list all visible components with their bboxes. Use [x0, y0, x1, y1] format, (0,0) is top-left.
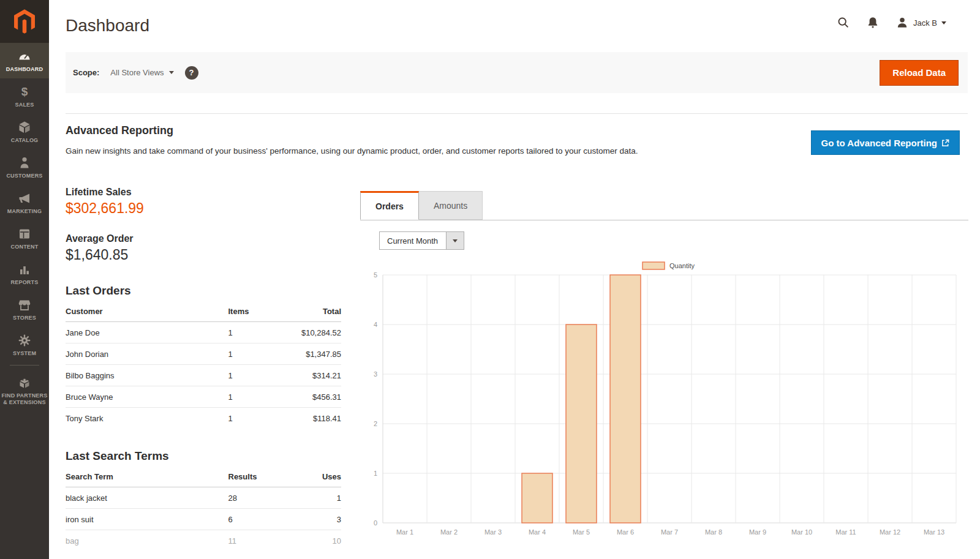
order-items: 1 — [228, 386, 292, 408]
sidebar-item-customers[interactable]: CUSTOMERS — [0, 149, 49, 185]
last-search-terms-table: Search Term Results Uses black jacket281… — [66, 467, 341, 551]
orders-chart-panel: Orders Amounts Current Month 012345Mar 1… — [360, 191, 968, 546]
sidebar-item-reports[interactable]: REPORTS — [0, 256, 49, 291]
search-results: 11 — [228, 530, 292, 552]
svg-text:Mar 13: Mar 13 — [924, 528, 944, 536]
sidebar-item-label: FIND PARTNERS & EXTENSIONS — [1, 392, 48, 406]
sidebar-item-label: MARKETING — [1, 208, 48, 215]
go-to-advanced-reporting-button[interactable]: Go to Advanced Reporting — [811, 130, 960, 155]
search-results: 28 — [228, 487, 292, 509]
search-term[interactable]: bag — [66, 530, 228, 552]
chevron-down-icon[interactable] — [446, 232, 464, 249]
table-row[interactable]: Tony Stark1$118.41 — [66, 408, 341, 429]
order-customer[interactable]: Bruce Wayne — [66, 386, 228, 408]
advanced-reporting-section: Advanced Reporting Gain new insights and… — [66, 124, 968, 156]
top-header: Dashboard Jack B — [49, 0, 980, 52]
sidebar-item-system[interactable]: SYSTEM — [0, 327, 49, 362]
sidebar: DASHBOARD $ SALES CATALOG CUSTOMERS MARK… — [0, 0, 49, 559]
scope-bar: Scope: All Store Views ? Reload Data — [66, 52, 968, 93]
order-customer[interactable]: Tony Stark — [66, 408, 228, 429]
svg-text:Mar 4: Mar 4 — [529, 528, 546, 536]
average-order-label: Average Order — [66, 233, 341, 244]
system-icon — [1, 333, 48, 348]
page-title: Dashboard — [66, 16, 149, 36]
sidebar-item-find-partners[interactable]: FIND PARTNERS & EXTENSIONS — [0, 369, 49, 411]
chart-tabs: Orders Amounts — [360, 191, 968, 220]
period-select[interactable]: Current Month — [379, 231, 464, 250]
quantity-bar-chart: 012345Mar 1Mar 2Mar 3Mar 4Mar 5Mar 6Mar … — [360, 258, 967, 546]
search-icon[interactable] — [837, 16, 850, 29]
section-divider — [66, 113, 968, 114]
table-row[interactable]: Bruce Wayne1$456.31 — [66, 386, 341, 408]
order-items: 1 — [228, 365, 292, 386]
order-total: $118.41 — [292, 408, 341, 429]
column-header-total: Total — [292, 301, 341, 322]
period-value: Current Month — [380, 236, 446, 246]
order-customer[interactable]: John Dorian — [66, 343, 228, 365]
tab-amounts[interactable]: Amounts — [419, 191, 483, 220]
sidebar-item-dashboard[interactable]: DASHBOARD — [0, 43, 49, 78]
sidebar-item-label: CATALOG — [1, 137, 48, 144]
magento-logo-icon — [14, 9, 35, 34]
svg-text:Mar 3: Mar 3 — [484, 528, 502, 536]
user-menu[interactable]: Jack B — [895, 16, 946, 29]
table-row[interactable]: black jacket281 — [66, 487, 341, 509]
sidebar-item-sales[interactable]: $ SALES — [0, 78, 49, 114]
order-items: 1 — [228, 343, 292, 365]
column-header-results: Results — [228, 467, 292, 487]
svg-text:4: 4 — [374, 321, 377, 328]
table-row[interactable]: bag1110 — [66, 530, 341, 552]
svg-text:$: $ — [21, 85, 28, 98]
user-name: Jack B — [913, 18, 937, 28]
catalog-icon — [1, 120, 48, 135]
svg-text:Mar 8: Mar 8 — [705, 528, 722, 536]
help-icon[interactable]: ? — [185, 66, 198, 80]
user-avatar-icon — [895, 16, 909, 29]
lifetime-sales-label: Lifetime Sales — [66, 187, 341, 198]
search-term[interactable]: iron suit — [66, 509, 228, 530]
sidebar-item-label: DASHBOARD — [1, 66, 48, 73]
magento-logo[interactable] — [0, 0, 49, 43]
lifetime-sales-value: $302,661.99 — [66, 200, 341, 217]
order-total: $1,347.85 — [292, 343, 341, 365]
sidebar-item-content[interactable]: CONTENT — [0, 220, 49, 256]
svg-text:Mar 7: Mar 7 — [661, 528, 678, 536]
sidebar-item-stores[interactable]: STORES — [0, 291, 49, 327]
svg-text:5: 5 — [374, 271, 377, 279]
svg-text:2: 2 — [374, 420, 377, 427]
tab-orders[interactable]: Orders — [360, 191, 419, 220]
summary-column: Lifetime Sales $302,661.99 Average Order… — [66, 187, 341, 551]
search-uses: 10 — [292, 530, 341, 552]
svg-text:Mar 2: Mar 2 — [440, 528, 458, 536]
notifications-bell-icon[interactable] — [866, 16, 880, 29]
last-orders-table: Customer Items Total Jane Doe1$10,284.52… — [66, 301, 341, 429]
store-view-value: All Store Views — [110, 68, 164, 77]
magento-admin-dashboard: DASHBOARD $ SALES CATALOG CUSTOMERS MARK… — [0, 0, 980, 559]
table-row[interactable]: Bilbo Baggins1$314.21 — [66, 365, 341, 386]
sidebar-item-label: SYSTEM — [1, 350, 48, 357]
stores-icon — [1, 298, 48, 312]
svg-text:Mar 6: Mar 6 — [617, 528, 634, 536]
scope-label: Scope: — [73, 68, 99, 77]
sidebar-item-catalog[interactable]: CATALOG — [0, 114, 49, 149]
order-customer[interactable]: Jane Doe — [66, 322, 228, 343]
reload-data-button[interactable]: Reload Data — [880, 60, 959, 86]
svg-text:3: 3 — [374, 370, 377, 378]
table-row[interactable]: iron suit63 — [66, 509, 341, 530]
order-items: 1 — [228, 322, 292, 343]
svg-text:Mar 11: Mar 11 — [835, 528, 856, 536]
reports-icon — [1, 262, 48, 277]
order-customer[interactable]: Bilbo Baggins — [66, 365, 228, 386]
svg-text:0: 0 — [374, 519, 377, 527]
svg-text:Mar 1: Mar 1 — [396, 528, 413, 536]
sidebar-item-marketing[interactable]: MARKETING — [0, 185, 49, 220]
store-view-switcher[interactable]: All Store Views — [110, 68, 173, 77]
search-term[interactable]: black jacket — [66, 487, 228, 509]
svg-text:Quantity: Quantity — [669, 262, 695, 269]
table-row[interactable]: Jane Doe1$10,284.52 — [66, 322, 341, 343]
average-order-value: $1,640.85 — [66, 247, 341, 263]
table-row[interactable]: John Dorian1$1,347.85 — [66, 343, 341, 365]
advanced-reporting-description: Gain new insights and take command of yo… — [66, 146, 678, 156]
search-results: 6 — [228, 509, 292, 530]
svg-text:Mar 5: Mar 5 — [573, 528, 590, 536]
